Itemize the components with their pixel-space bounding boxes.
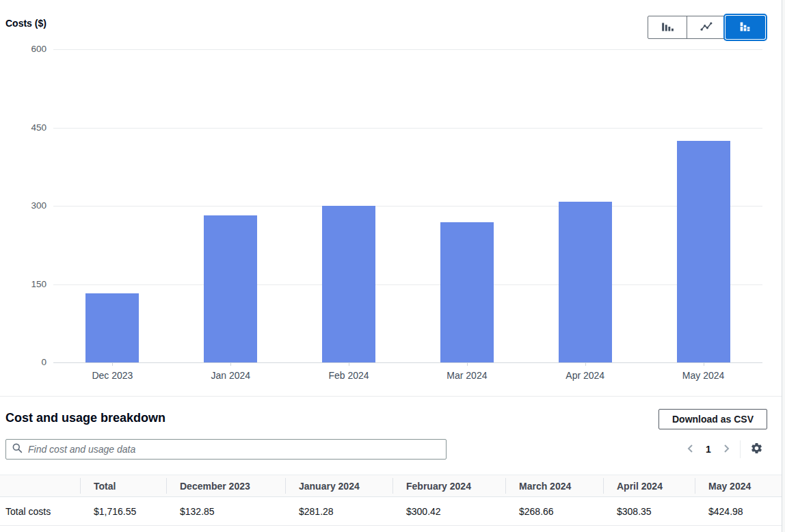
bar-slot: Jan 2024	[172, 49, 290, 362]
stacked-bar-chart-icon	[738, 19, 753, 36]
prev-page-button[interactable]	[682, 440, 700, 458]
x-axis-tick	[112, 362, 113, 366]
row-label: Total costs	[0, 497, 80, 526]
x-axis-tick	[230, 362, 231, 366]
x-axis-label: May 2024	[644, 370, 762, 381]
search-input[interactable]	[28, 444, 440, 455]
gear-icon	[750, 442, 763, 457]
bar-slot: Feb 2024	[290, 49, 408, 362]
pagination-divider	[740, 440, 741, 458]
current-page[interactable]: 1	[700, 444, 717, 455]
column-header: December 2023	[166, 475, 285, 497]
x-axis-tick	[704, 362, 704, 366]
x-axis-line	[53, 362, 762, 363]
line-chart-icon	[699, 19, 714, 36]
cost-cell: $424.98	[695, 497, 782, 526]
x-axis-tick	[467, 362, 468, 366]
cost-bar[interactable]	[322, 206, 375, 362]
cost-cell: $308.35	[603, 497, 695, 526]
x-axis-tick	[349, 362, 349, 366]
search-icon	[12, 442, 28, 456]
breakdown-table: TotalDecember 2023January 2024February 2…	[0, 475, 782, 526]
y-axis: 6004503001500	[0, 49, 46, 362]
cost-cell: $1,716.55	[80, 497, 166, 526]
pagination: 1	[682, 440, 766, 459]
table-header-row: TotalDecember 2023January 2024February 2…	[0, 475, 782, 497]
column-header: March 2024	[505, 475, 603, 497]
download-csv-button[interactable]: Download as CSV	[658, 409, 767, 429]
column-header: Total	[80, 475, 166, 497]
column-header: January 2024	[285, 475, 392, 497]
next-page-button[interactable]	[717, 440, 735, 458]
line-chart-button[interactable]	[687, 16, 726, 39]
scrollbar-track[interactable]	[782, 0, 785, 532]
bar-slot: Mar 2024	[408, 49, 526, 362]
stacked-bar-chart-button[interactable]	[726, 16, 765, 39]
cost-explorer-page: Costs ($)	[0, 0, 785, 532]
cost-bar[interactable]	[559, 202, 612, 362]
table-row: Total costs$1,716.55$132.85$281.28$300.4…	[0, 497, 782, 526]
x-axis-label: Jan 2024	[172, 370, 290, 381]
table-settings-button[interactable]	[747, 440, 766, 459]
x-axis-label: Dec 2023	[53, 370, 172, 381]
chart-plot-area: Dec 2023Jan 2024Feb 2024Mar 2024Apr 2024…	[53, 49, 762, 362]
y-axis-label: 150	[31, 279, 46, 290]
cost-cell: $268.66	[505, 497, 603, 526]
y-axis-label: 300	[31, 200, 46, 211]
column-header: April 2024	[603, 475, 695, 497]
x-axis-tick	[585, 362, 586, 366]
costs-chart-section: Costs ($)	[0, 0, 782, 397]
search-box	[5, 439, 447, 460]
chevron-right-icon	[721, 443, 732, 456]
cost-bar[interactable]	[440, 222, 494, 362]
chart-type-toggle	[648, 16, 765, 39]
chart-title: Costs ($)	[5, 18, 46, 29]
y-axis-label: 0	[41, 357, 46, 368]
y-axis-label: 450	[31, 122, 46, 133]
cost-bar[interactable]	[677, 141, 730, 362]
y-axis-label: 600	[31, 44, 46, 55]
cost-bar[interactable]	[204, 215, 257, 362]
x-axis-label: Apr 2024	[526, 370, 644, 381]
column-header: February 2024	[392, 475, 505, 497]
column-header: May 2024	[695, 475, 782, 497]
cost-cell: $300.42	[392, 497, 505, 526]
bar-slot: Apr 2024	[526, 49, 644, 362]
bar-slot: Dec 2023	[53, 49, 172, 362]
chevron-left-icon	[685, 443, 696, 456]
bar-chart-button[interactable]	[648, 16, 687, 39]
x-axis-label: Feb 2024	[290, 370, 408, 381]
column-header	[0, 475, 80, 497]
bar-slot: May 2024	[644, 49, 762, 362]
breakdown-title: Cost and usage breakdown	[5, 411, 165, 425]
cost-bar[interactable]	[85, 293, 139, 362]
cost-cell: $132.85	[166, 497, 285, 526]
bar-series: Dec 2023Jan 2024Feb 2024Mar 2024Apr 2024…	[53, 49, 762, 362]
x-axis-label: Mar 2024	[408, 370, 526, 381]
bar-chart-icon	[660, 19, 675, 36]
cost-cell: $281.28	[285, 497, 392, 526]
